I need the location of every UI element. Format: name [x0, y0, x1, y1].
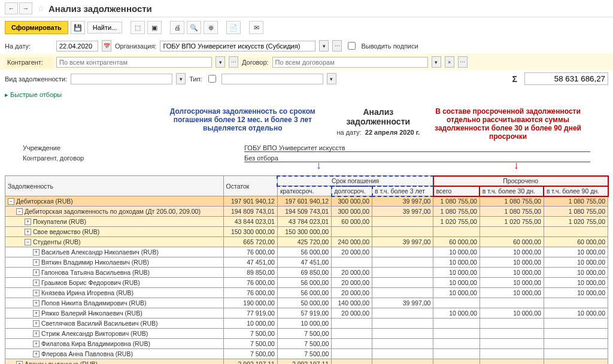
table-row[interactable]: +Ряжко Валерий Николаевич (RUB)77 919,00… — [5, 308, 608, 318]
cell-value: 1 080 755,00 — [480, 196, 544, 207]
table-row[interactable]: +Покупатели (RUB)43 844 023,0143 784 023… — [5, 217, 608, 227]
expander-icon[interactable]: + — [33, 290, 40, 296]
print-icon[interactable]: 🖨 — [170, 21, 184, 34]
type-input[interactable] — [221, 74, 323, 84]
table-row[interactable]: +Попов Никита Владимирович (RUB)190 000,… — [5, 298, 608, 308]
org-input[interactable] — [160, 41, 315, 51]
preview-icon[interactable]: 🔍 — [187, 21, 201, 34]
expander-icon[interactable]: + — [33, 259, 40, 266]
table-row[interactable]: +Граымов Борис Федорович (RUB)76 000,005… — [5, 278, 608, 288]
counterparty-select-icon[interactable]: ⋯ — [229, 56, 238, 68]
type-dropdown-icon[interactable]: ▾ — [327, 73, 336, 84]
arrow-blue-icon: ↓ — [316, 159, 321, 172]
page-setup-icon[interactable]: 📄 — [226, 21, 241, 34]
expander-icon[interactable]: + — [33, 341, 40, 347]
expand-icon[interactable]: ⬚ — [131, 21, 145, 34]
sign-checkbox[interactable] — [348, 42, 356, 50]
counterparty-input[interactable] — [56, 57, 212, 68]
expander-icon[interactable]: + — [33, 320, 40, 327]
email-icon[interactable]: ✉ — [249, 21, 263, 34]
th-due-short: краткосроч. — [277, 186, 331, 196]
contract-dropdown-icon[interactable]: ▾ — [432, 56, 441, 68]
org-dropdown-icon[interactable]: ▾ — [319, 40, 329, 51]
expander-icon[interactable]: + — [33, 310, 40, 317]
table-row[interactable]: −Дебиторская (RUB)197 901 940,12197 601 … — [5, 196, 608, 207]
debt-type-dropdown-icon[interactable]: ▾ — [176, 73, 186, 84]
expander-icon[interactable]: + — [33, 300, 40, 307]
forward-button[interactable]: → — [19, 2, 32, 14]
cell-value — [433, 329, 480, 339]
cell-value: 1 020 755,00 — [480, 217, 544, 227]
favorite-icon[interactable]: ☆ — [37, 4, 45, 13]
cell-value: 20 000,00 — [332, 288, 372, 298]
cell-value — [372, 217, 433, 227]
org-select-icon[interactable]: ⋯ — [332, 40, 342, 51]
find-button[interactable]: Найти... — [87, 22, 123, 34]
zoom-icon[interactable]: ⊕ — [204, 21, 218, 34]
cell-value: 60 000,00 — [544, 237, 608, 247]
cell-value: 1 080 755,00 — [433, 207, 480, 217]
counterparty-dropdown-icon[interactable]: ▾ — [216, 56, 225, 68]
cell-value: 39 997,00 — [372, 207, 433, 217]
expander-icon[interactable]: + — [33, 351, 40, 357]
row-name: Дебиторская задолженность по доходам (Дт… — [25, 208, 201, 215]
cell-value — [372, 308, 433, 318]
cell-value — [544, 349, 608, 359]
table-row[interactable]: +Васильев Александр Николаевич (RUB)76 0… — [5, 247, 608, 257]
contract-input[interactable] — [272, 57, 428, 68]
quick-filters-toggle[interactable]: Быстрые отборы — [0, 87, 613, 102]
report-title: Анализ задолженности на дату: 22 апреля … — [331, 107, 426, 141]
cell-value — [372, 257, 433, 268]
cell-value: 2 992 197,11 — [223, 359, 277, 365]
table-row[interactable]: +Филатова Кира Владимировна (RUB)7 500,0… — [5, 339, 608, 349]
form-button[interactable]: Сформировать — [5, 21, 68, 34]
table-row[interactable]: −Дебиторская задолженность по доходам (Д… — [5, 207, 608, 217]
table-row[interactable]: +Князева Ирина Игоревна (RUB)76 000,0056… — [5, 288, 608, 298]
cell-value — [433, 227, 480, 237]
th-over-group: Просрочено — [433, 176, 608, 186]
table-row[interactable]: +Флерова Анна Павловна (RUB)7 500,007 50… — [5, 349, 608, 359]
row-name: Попов Никита Владимирович (RUB) — [41, 299, 146, 307]
cell-value: 7 500,00 — [223, 349, 277, 359]
expander-icon[interactable]: + — [16, 361, 23, 365]
debt-type-input[interactable] — [71, 74, 172, 84]
table-row[interactable]: −Студенты (RUB)665 720,00425 720,00240 0… — [5, 237, 608, 247]
row-name: Вяткин Владимир Николаевич (RUB) — [41, 259, 149, 266]
expander-icon[interactable]: + — [33, 330, 40, 337]
table-row[interactable]: +Свое ведомство (RUB)150 300 000,00150 3… — [5, 227, 608, 237]
th-balance: Остаток — [223, 176, 277, 196]
expander-icon[interactable]: − — [8, 198, 14, 205]
table-row[interactable]: +Вяткин Владимир Николаевич (RUB)47 451,… — [5, 257, 608, 268]
cell-value: 150 300 000,00 — [277, 227, 331, 237]
cell-value: 10 000,00 — [544, 268, 608, 278]
sign-checkbox-label: Выводить подписи — [361, 43, 418, 50]
date-input[interactable] — [56, 41, 98, 51]
expander-icon[interactable]: + — [33, 249, 40, 256]
cell-value: 76 000,00 — [223, 278, 277, 288]
cell-value: 89 850,00 — [223, 268, 277, 278]
expander-icon[interactable]: + — [25, 219, 31, 225]
collapse-icon[interactable]: ▣ — [147, 21, 162, 34]
contract-select-icon[interactable]: ⋯ — [458, 56, 468, 68]
expander-icon[interactable]: + — [25, 229, 31, 235]
cell-value — [480, 227, 544, 237]
cell-value — [480, 349, 544, 359]
table-row[interactable]: +Стриж Александр Викторович (RUB)7 500,0… — [5, 329, 608, 339]
expander-icon[interactable]: − — [16, 208, 23, 215]
cell-value — [544, 227, 608, 237]
save-settings-icon[interactable]: 💾 — [71, 21, 85, 34]
cell-value: 1 080 755,00 — [433, 196, 480, 207]
th-due-long: долгосроч. — [332, 186, 372, 196]
table-row[interactable]: +Авансы выданные (RUB)2 992 197,112 992 … — [5, 359, 608, 365]
cell-value: 150 300 000,00 — [223, 227, 277, 237]
expander-icon[interactable]: + — [33, 280, 40, 286]
type-checkbox[interactable] — [208, 75, 216, 83]
back-button[interactable]: ← — [5, 2, 18, 14]
table-row[interactable]: +Светлячков Василий Васильевич (RUB)10 0… — [5, 318, 608, 329]
cell-value: 10 000,00 — [223, 318, 277, 329]
expander-icon[interactable]: + — [33, 269, 40, 276]
expander-icon[interactable]: − — [25, 239, 31, 245]
contract-clear-icon[interactable]: × — [445, 56, 454, 68]
date-picker-icon[interactable]: 📅 — [102, 40, 111, 51]
table-row[interactable]: +Гапонова Татьяна Васильевна (RUB)89 850… — [5, 268, 608, 278]
